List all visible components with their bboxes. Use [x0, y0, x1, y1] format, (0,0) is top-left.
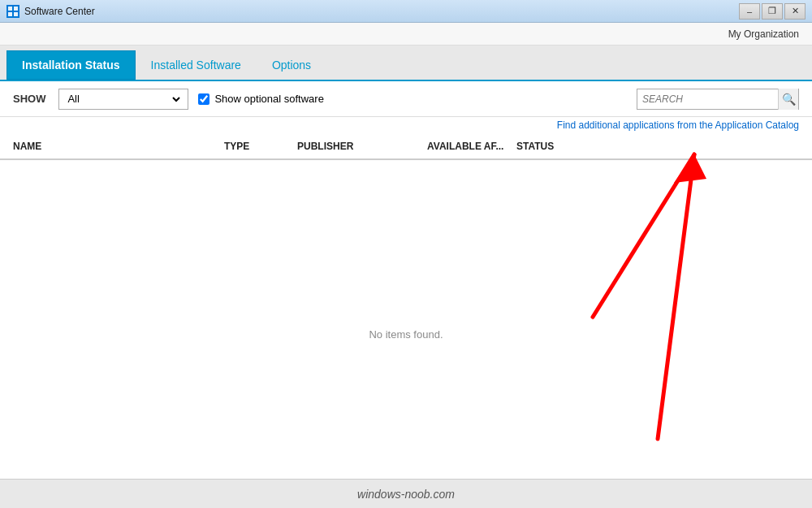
optional-software-checkbox-group: Show optional software — [198, 93, 323, 105]
catalog-link-row: Find additional applications from the Ap… — [0, 117, 812, 134]
tab-installed-software[interactable]: Installed Software — [136, 50, 257, 80]
show-dropdown[interactable]: All Required Optional — [58, 89, 188, 110]
col-header-status: STATUS — [516, 141, 799, 152]
show-select[interactable]: All Required Optional — [64, 89, 183, 109]
close-button[interactable]: ✕ — [784, 3, 806, 20]
col-header-type: TYPE — [224, 141, 297, 152]
catalog-link[interactable]: Find additional applications from the Ap… — [557, 119, 799, 131]
no-items-message: No items found. — [369, 328, 443, 341]
show-optional-checkbox[interactable] — [198, 93, 209, 105]
svg-rect-3 — [14, 12, 18, 16]
search-button[interactable]: 🔍 — [778, 89, 798, 110]
svg-rect-0 — [8, 7, 12, 11]
svg-rect-1 — [14, 7, 18, 11]
footer-text: windows-noob.com — [357, 488, 455, 501]
window-controls[interactable]: – ❐ ✕ — [739, 3, 806, 20]
title-bar: Software Center – ❐ ✕ — [0, 0, 812, 23]
tab-options[interactable]: Options — [257, 50, 326, 80]
table-header: NAME TYPE PUBLISHER AVAILABLE AF... STAT… — [0, 134, 812, 160]
app-icon — [6, 5, 19, 18]
toolbar: SHOW All Required Optional Show optional… — [0, 81, 812, 117]
col-header-name: NAME — [13, 141, 224, 152]
search-box: 🔍 — [637, 89, 799, 110]
tab-bar: Installation Status Installed Software O… — [0, 46, 812, 81]
table-body: No items found. — [0, 160, 812, 508]
window-title: Software Center — [24, 6, 739, 17]
org-name: My Organization — [728, 28, 799, 40]
search-input[interactable] — [637, 93, 778, 105]
org-bar: My Organization — [0, 23, 812, 46]
content-wrapper: SHOW All Required Optional Show optional… — [0, 81, 812, 508]
footer: windows-noob.com — [0, 479, 812, 508]
minimize-button[interactable]: – — [739, 3, 760, 20]
show-optional-label[interactable]: Show optional software — [214, 93, 323, 105]
tab-installation-status[interactable]: Installation Status — [6, 50, 136, 80]
restore-button[interactable]: ❐ — [762, 3, 783, 20]
col-header-publisher: PUBLISHER — [297, 141, 427, 152]
svg-rect-2 — [8, 12, 12, 16]
col-header-available: AVAILABLE AF... — [427, 141, 516, 152]
show-label: SHOW — [13, 93, 45, 105]
